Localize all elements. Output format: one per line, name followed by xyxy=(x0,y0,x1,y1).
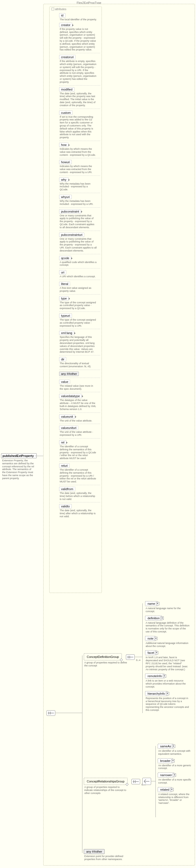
attribute-desc: Why the metadata has been included - exp… xyxy=(60,200,97,206)
element-name[interactable]: definition+ xyxy=(145,616,162,621)
attribute-item: pubconstrainturiOne or many constraints … xyxy=(59,230,100,252)
element-desc: A natural language definition of the sem… xyxy=(146,621,189,633)
connector xyxy=(155,746,156,817)
expand-icon[interactable]: + xyxy=(173,773,176,777)
attribute-name[interactable]: id xyxy=(59,13,66,18)
expand-icon[interactable]: + xyxy=(154,637,157,640)
attribute-item: literalA free-text value assigned as pro… xyxy=(59,280,100,292)
connector xyxy=(134,657,143,657)
attribute-desc: A qualified code which identifies a conc… xyxy=(60,261,97,267)
attribute-name[interactable]: type xyxy=(59,296,69,301)
expand-icon[interactable]: + xyxy=(172,745,175,748)
attribute-name[interactable]: creator xyxy=(59,23,72,27)
attribute-name[interactable]: uri xyxy=(59,270,66,275)
attribute-item: whyuriWhy the metadata has been included… xyxy=(59,193,100,206)
attribute-item: xml:langSpecifies the language of this p… xyxy=(59,329,100,353)
attribute-item: howuriIndicates by which means the value… xyxy=(59,158,100,174)
attribute-name[interactable]: whyuri xyxy=(59,195,72,199)
attribute-desc: The unit of the value attribute - expres… xyxy=(60,431,97,437)
attribute-name[interactable]: dir xyxy=(59,357,66,362)
attribute-desc: One or many constraints that apply to pu… xyxy=(60,214,97,229)
attribute-item: valueThe related value (see more in the … xyxy=(59,378,100,391)
attribute-item: validfromThe date (and, optionally, the … xyxy=(59,485,100,500)
expand-icon[interactable]: + xyxy=(163,674,166,678)
element-item: definition+A natural language definition… xyxy=(145,616,192,633)
attribute-desc: Indicates by which means the value was e… xyxy=(60,148,97,156)
element-item: narrower+An identifier of a more specifi… xyxy=(158,773,193,784)
attribute-desc: The date (and, optionally, the time) bef… xyxy=(60,492,97,500)
concept-definition-group: ConceptDefinitionGroup A group of proper… xyxy=(84,653,128,667)
attribute-name[interactable]: pubconstraint xyxy=(59,209,81,214)
group-label-text: ConceptRelationshipsGroup xyxy=(87,780,124,783)
attribute-name[interactable]: value xyxy=(59,379,70,384)
attribute-desc: Indicates by which means the value was e… xyxy=(60,165,97,174)
expand-icon[interactable]: + xyxy=(160,617,164,620)
element-name[interactable]: note+ xyxy=(145,636,156,641)
attribute-name[interactable]: why xyxy=(59,178,69,182)
attribute-item: typeuriThe type of the concept assigned … xyxy=(59,312,100,327)
attribute-desc: Why the metadata has been included - exp… xyxy=(60,182,97,191)
attribute-name[interactable]: valueunit xyxy=(59,414,75,419)
choice-icon xyxy=(142,778,151,785)
expand-icon[interactable]: + xyxy=(170,788,173,791)
element-name[interactable]: hierarchyInfo+ xyxy=(145,691,167,696)
attribute-desc: One or many constraints that apply to pu… xyxy=(60,238,97,252)
element-name[interactable]: related+ xyxy=(158,787,172,792)
attribute-item: idThe local identifier of the property. xyxy=(59,13,100,21)
attribute-name[interactable]: modified xyxy=(59,87,74,92)
element-desc: Represents the position of a concept in … xyxy=(146,697,189,712)
element-item: related+A related concept, where the rel… xyxy=(158,787,193,805)
attribute-item: relThe identifier of a concept defining … xyxy=(59,438,100,460)
group-desc: A group of properties required to indica… xyxy=(84,786,128,795)
element-name[interactable]: name+ xyxy=(145,601,158,606)
attribute-name[interactable]: rel xyxy=(59,440,66,444)
expand-icon[interactable]: + xyxy=(171,759,174,763)
expand-icon[interactable]: + xyxy=(155,651,158,654)
attribute-name[interactable]: literal xyxy=(59,282,70,286)
occurrence: 0..∞ xyxy=(136,659,141,661)
attribute-item: customIf set to true the corresponding p… xyxy=(59,108,100,139)
attribute-desc: Specifies the language of this property … xyxy=(60,336,97,353)
attribute-name[interactable]: reluri xyxy=(59,463,70,468)
group-label-text: ConceptDefinitionGroup xyxy=(87,655,119,658)
any-other-box[interactable]: any ##other xyxy=(84,849,105,854)
attribute-name[interactable]: validto xyxy=(59,504,72,508)
element-name[interactable]: facet+ xyxy=(145,650,157,655)
attribute-name[interactable]: qcode xyxy=(59,256,71,260)
any-other-element: any ##other Extension point for provider… xyxy=(84,849,128,861)
group-title[interactable]: ConceptDefinitionGroup xyxy=(84,653,122,660)
element-desc: An identifier of a concept with equivale… xyxy=(158,749,193,755)
attribute-name[interactable]: validfrom xyxy=(59,487,75,491)
attribute-desc: A URI which identifies a concept. xyxy=(60,275,97,278)
attribute-name[interactable]: valuedatatype xyxy=(59,394,82,398)
attribute-desc: The type of the concept assigned as cont… xyxy=(60,301,97,310)
attribute-name[interactable]: typeuri xyxy=(59,313,72,318)
element-name[interactable]: sameAs+ xyxy=(158,744,173,749)
attribute-name[interactable]: creatoruri xyxy=(59,55,76,59)
attribute-desc: If the attribute is empty, specifies whi… xyxy=(60,60,97,83)
connector xyxy=(151,781,156,781)
expand-icon[interactable]: + xyxy=(156,602,159,605)
attribute-name[interactable]: valueunituri xyxy=(59,426,78,430)
attribute-name[interactable]: custom xyxy=(59,111,73,115)
attribute-item: creatorIf the property value is not defi… xyxy=(59,23,100,51)
expand-icon[interactable]: + xyxy=(166,692,169,695)
attribute-name[interactable]: howuri xyxy=(59,160,72,164)
attribute-name[interactable]: how xyxy=(59,143,69,147)
attribute-item: valueunitThe unit of the value attribute… xyxy=(59,412,100,422)
element-name[interactable]: narrower+ xyxy=(158,773,174,777)
attribute-name[interactable]: any ##other xyxy=(59,372,79,376)
element-name[interactable]: broader+ xyxy=(158,758,173,763)
diagram-canvas: Flex2ExtPropType publishedExtProperty Ex… xyxy=(0,0,196,868)
attribute-desc: The type of the concept assigned as cont… xyxy=(60,318,97,327)
attribute-name[interactable]: pubconstrainturi xyxy=(59,232,84,237)
group-title[interactable]: ConceptRelationshipsGroup xyxy=(84,778,127,785)
element-name[interactable]: remoteInfo+ xyxy=(145,674,164,679)
rel-children-list: sameAs+An identifier of a concept with e… xyxy=(158,744,193,807)
group-desc: A group of properties required to define… xyxy=(84,661,128,667)
attribute-name[interactable]: xml:lang xyxy=(59,331,74,335)
attribute-item: howIndicates by which means the value wa… xyxy=(59,141,100,156)
element-desc: A natural language name for the concept. xyxy=(146,607,189,613)
root-element[interactable]: publishedExtProperty xyxy=(1,453,37,458)
sequence-icon xyxy=(131,779,140,784)
